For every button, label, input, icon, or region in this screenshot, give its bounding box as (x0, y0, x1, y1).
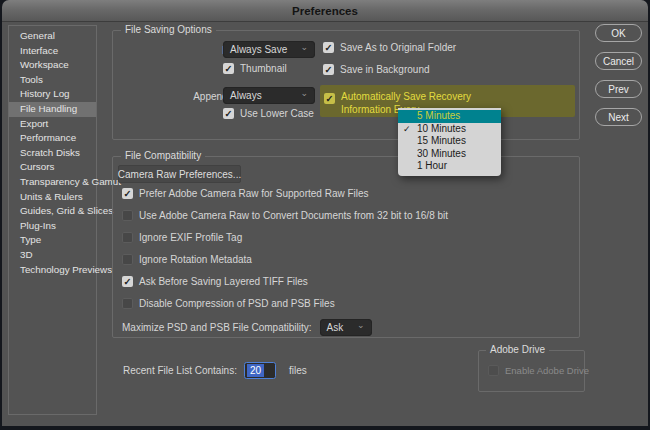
sidebar-item-guides-grid-slices[interactable]: Guides, Grid & Slices (9, 204, 96, 219)
ignore-rotation-metadata-checkbox-row[interactable]: Ignore Rotation Metadata (122, 254, 252, 265)
sidebar-item-export[interactable]: Export (9, 117, 96, 132)
file-compatibility-legend: File Compatibility (121, 150, 205, 161)
checkbox[interactable] (223, 108, 234, 119)
checkbox[interactable] (223, 63, 234, 74)
menu-item-10-minutes[interactable]: ✓ 10 Minutes (398, 123, 501, 136)
sidebar-item-workspace[interactable]: Workspace (9, 58, 96, 73)
checkbox[interactable] (323, 42, 334, 53)
menu-item-1-hour[interactable]: ✓ 1 Hour (398, 160, 501, 173)
append-file-extension-select[interactable]: Always ⌄ (223, 87, 315, 104)
sidebar-item-cursors[interactable]: Cursors (9, 160, 96, 175)
sidebar-item-general[interactable]: General (9, 29, 96, 44)
image-previews-value: Always Save (230, 44, 287, 55)
use-adobe-camera-raw-convert-checkbox-row[interactable]: Use Adobe Camera Raw to Convert Document… (122, 210, 448, 221)
interval-dropdown-menu: ✓ 5 Minutes ✓ 10 Minutes ✓ 15 Minutes ✓ … (398, 108, 501, 176)
sidebar-item-3d[interactable]: 3D (9, 248, 96, 263)
checkbox-label: Save in Background (340, 64, 430, 75)
prefer-adobe-camera-raw-checkbox-row[interactable]: Prefer Adobe Camera Raw for Supported Ra… (122, 188, 369, 199)
enable-adobe-drive-checkbox-row: Enable Adobe Drive (488, 365, 589, 376)
checkbox-label: Use Adobe Camera Raw to Convert Document… (139, 210, 448, 221)
file-compatibility-group: File Compatibility (112, 156, 580, 338)
maximize-compatibility-label: Maximize PSD and PSB File Compatibility: (122, 322, 312, 333)
ok-button[interactable]: OK (595, 24, 642, 42)
menu-item-15-minutes[interactable]: ✓ 15 Minutes (398, 135, 501, 148)
checkbox-label: Prefer Adobe Camera Raw for Supported Ra… (139, 188, 369, 199)
sidebar-item-type[interactable]: Type (9, 233, 96, 248)
image-previews-select[interactable]: Always Save ⌄ (223, 41, 315, 58)
sidebar-item-file-handling[interactable]: File Handling (9, 102, 96, 117)
use-lower-case-checkbox-row[interactable]: Use Lower Case (223, 108, 314, 119)
disable-compression-psd-psb-checkbox-row[interactable]: Disable Compression of PSD and PSB Files (122, 298, 335, 309)
sidebar-item-technology-previews[interactable]: Technology Previews (9, 263, 96, 278)
adobe-drive-group: Adobe Drive Enable Adobe Drive (478, 350, 585, 392)
checkbox[interactable] (323, 64, 334, 75)
thumbnail-checkbox-row[interactable]: Thumbnail (223, 63, 287, 74)
checkbox-label: Use Lower Case (240, 108, 314, 119)
maximize-compatibility-row: Maximize PSD and PSB File Compatibility:… (122, 319, 372, 336)
checkbox[interactable] (122, 276, 133, 287)
append-file-extension-value: Always (230, 90, 262, 101)
check-icon: ✓ (403, 123, 411, 136)
checkbox-label: Enable Adobe Drive (505, 365, 589, 376)
recent-file-list-value: 20 (247, 364, 264, 377)
recent-file-list-input[interactable]: 20 (244, 362, 276, 379)
checkbox-label: Save As to Original Folder (340, 42, 456, 53)
sidebar-item-tools[interactable]: Tools (9, 73, 96, 88)
adobe-drive-legend: Adobe Drive (486, 344, 549, 355)
sidebar-item-units-rulers[interactable]: Units & Rulers (9, 190, 96, 205)
sidebar-item-interface[interactable]: Interface (9, 44, 96, 59)
next-button[interactable]: Next (595, 108, 642, 126)
sidebar-item-scratch-disks[interactable]: Scratch Disks (9, 146, 96, 161)
sidebar-item-history-log[interactable]: History Log (9, 87, 96, 102)
chevron-down-icon: ⌄ (300, 89, 308, 98)
ask-before-saving-layered-tiff-checkbox-row[interactable]: Ask Before Saving Layered TIFF Files (122, 276, 308, 287)
ignore-exif-profile-tag-checkbox-row[interactable]: Ignore EXIF Profile Tag (122, 232, 242, 243)
checkbox-label: Disable Compression of PSD and PSB Files (139, 298, 335, 309)
cancel-button[interactable]: Cancel (595, 52, 642, 70)
menu-item-30-minutes[interactable]: ✓ 30 Minutes (398, 148, 501, 161)
checkbox-label: Ignore Rotation Metadata (139, 254, 252, 265)
save-in-background-checkbox-row[interactable]: Save in Background (323, 64, 430, 75)
checkbox[interactable] (122, 232, 133, 243)
recent-file-list-suffix: files (289, 365, 307, 376)
file-saving-options-legend: File Saving Options (121, 24, 216, 35)
recent-file-list-row: Recent File List Contains: 20 files (123, 362, 307, 379)
checkbox[interactable] (122, 254, 133, 265)
sidebar-item-transparency-gamut[interactable]: Transparency & Gamut (9, 175, 96, 190)
chevron-down-icon: ⌄ (357, 321, 365, 330)
sidebar-item-plug-ins[interactable]: Plug-Ins (9, 219, 96, 234)
preferences-sidebar: General Interface Workspace Tools Histor… (8, 25, 97, 415)
maximize-compatibility-value: Ask (327, 322, 344, 333)
recent-file-list-label: Recent File List Contains: (123, 365, 237, 376)
checkbox (488, 365, 499, 376)
checkbox-label: Ignore EXIF Profile Tag (139, 232, 242, 243)
menu-item-5-minutes[interactable]: ✓ 5 Minutes (398, 110, 501, 123)
checkbox-label: Thumbnail (240, 63, 287, 74)
camera-raw-preferences-button[interactable]: Camera Raw Preferences... (118, 165, 241, 183)
checkbox[interactable] (122, 188, 133, 199)
checkbox[interactable] (324, 93, 335, 104)
sidebar-item-performance[interactable]: Performance (9, 131, 96, 146)
checkbox-label: Ask Before Saving Layered TIFF Files (139, 276, 308, 287)
chevron-down-icon: ⌄ (300, 43, 308, 52)
checkbox[interactable] (122, 210, 133, 221)
save-as-to-original-folder-checkbox-row[interactable]: Save As to Original Folder (323, 42, 456, 53)
title-bar[interactable]: Preferences (2, 0, 648, 22)
window-title: Preferences (292, 5, 358, 17)
checkbox[interactable] (122, 298, 133, 309)
maximize-compatibility-select[interactable]: Ask ⌄ (320, 319, 372, 336)
prev-button[interactable]: Prev (595, 80, 642, 98)
